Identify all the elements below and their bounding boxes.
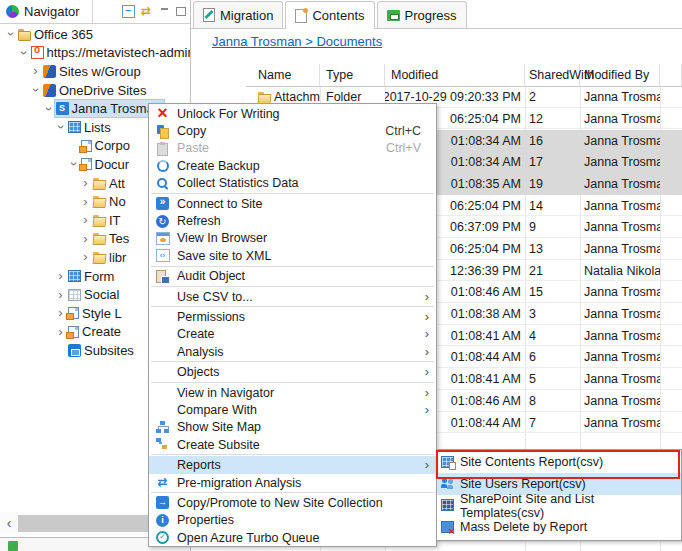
menu-item[interactable]: Analysis › bbox=[149, 343, 436, 360]
menu-item[interactable]: Unlock For Writing bbox=[149, 105, 436, 122]
tree-chevron-icon[interactable] bbox=[79, 250, 92, 264]
menu-item[interactable]: Create Subsite bbox=[149, 436, 436, 453]
tree-chevron-icon[interactable] bbox=[29, 84, 43, 97]
menu-item-label: Compare With bbox=[177, 403, 409, 417]
tree-item-body[interactable]: Style L bbox=[67, 305, 125, 322]
tree-chevron-icon[interactable] bbox=[29, 64, 42, 78]
tree-item-body[interactable]: IT bbox=[92, 212, 124, 229]
tree-chevron-icon[interactable] bbox=[54, 343, 67, 357]
submenu-item-label: SharePoint Site and List Templates(csv) bbox=[460, 492, 677, 520]
tab-migration[interactable]: Migration bbox=[193, 1, 283, 28]
link-editor-icon[interactable] bbox=[141, 5, 154, 18]
tree-item-body[interactable]: Tes bbox=[92, 230, 132, 247]
tree-item-body[interactable]: Lists bbox=[67, 119, 114, 136]
breadcrumb-link[interactable]: Janna Trosman > Documents bbox=[212, 34, 382, 49]
minimize-icon[interactable] bbox=[160, 5, 170, 18]
column-header-sharedwith[interactable]: SharedWith bbox=[525, 64, 580, 86]
tree-chevron-icon[interactable] bbox=[54, 121, 68, 134]
tree-chevron-icon[interactable] bbox=[54, 269, 67, 283]
submenu-item[interactable]: Site Contents Report(csv) bbox=[437, 451, 681, 473]
menu-item[interactable]: Collect Statistics Data bbox=[149, 175, 436, 192]
menu-item-label: Connect to Site bbox=[177, 197, 409, 211]
menu-item[interactable]: Copy/Promote to New Site Collection bbox=[149, 494, 436, 511]
tree-chevron-icon[interactable] bbox=[79, 195, 92, 209]
menu-item[interactable]: Create Backup bbox=[149, 157, 436, 174]
tree-item-body[interactable]: Create bbox=[67, 323, 124, 340]
tree-chevron-icon[interactable] bbox=[79, 213, 92, 227]
menu-item[interactable]: Audit Object bbox=[149, 268, 436, 285]
site-users-report-icon bbox=[441, 477, 454, 490]
collapse-all-icon[interactable] bbox=[122, 5, 135, 18]
menu-item[interactable]: Create › bbox=[149, 326, 436, 343]
tree-item-body[interactable]: Form bbox=[67, 268, 117, 285]
menu-item[interactable]: Show Site Map bbox=[149, 419, 436, 436]
tree-chevron-icon[interactable] bbox=[54, 288, 67, 302]
scroll-left-arrow-icon[interactable]: ‹ bbox=[2, 514, 16, 532]
tree-chevron-icon[interactable] bbox=[79, 232, 92, 246]
cell-modified-by: Janna Trosman bbox=[580, 151, 660, 173]
column-header-name[interactable]: Name bbox=[246, 64, 320, 86]
office-site-icon bbox=[43, 84, 56, 97]
column-header-extra bbox=[660, 64, 682, 86]
menu-item[interactable]: View in Navigator › bbox=[149, 384, 436, 401]
tree-chevron-icon[interactable] bbox=[16, 46, 30, 59]
menu-item-label: View in Navigator bbox=[177, 386, 409, 400]
menu-item[interactable]: Objects › bbox=[149, 363, 436, 380]
tree-item[interactable]: Office 365 bbox=[0, 25, 190, 44]
tree-item-body[interactable]: Sites w/Group bbox=[42, 63, 144, 80]
menu-item[interactable]: Use CSV to... › bbox=[149, 288, 436, 305]
menu-item[interactable]: Open Azure Turbo Queue bbox=[149, 529, 436, 546]
column-header-modified-by[interactable]: Modified By bbox=[580, 64, 660, 86]
menu-item[interactable]: Save site to XML bbox=[149, 247, 436, 264]
column-header-type[interactable]: Type bbox=[320, 64, 385, 86]
cell-modified-by: Natalia Nikolaeva bbox=[580, 260, 660, 282]
tree-item[interactable]: https://metavistech-admin bbox=[0, 44, 190, 63]
submenu-item[interactable]: SharePoint Site and List Templates(csv) bbox=[437, 495, 681, 517]
tab-contents[interactable]: Contents bbox=[285, 1, 374, 29]
menu-item-label: Copy bbox=[177, 124, 373, 138]
tree-chevron-icon[interactable] bbox=[4, 28, 18, 41]
maximize-icon[interactable] bbox=[176, 5, 186, 18]
menu-item-label: Pre-migration Analysis bbox=[177, 476, 409, 490]
navigator-view-icon bbox=[6, 5, 19, 18]
menu-item[interactable]: View In Browser bbox=[149, 230, 436, 247]
menu-item[interactable]: Connect to Site bbox=[149, 195, 436, 212]
tree-item-body[interactable]: Att bbox=[92, 175, 128, 192]
menu-item[interactable]: Properties bbox=[149, 512, 436, 529]
menu-item[interactable]: Reports › bbox=[149, 456, 436, 473]
cell-modified-by: Janna Trosman bbox=[580, 325, 660, 347]
tree-item-body[interactable]: Social bbox=[67, 286, 122, 303]
tree-item-body[interactable]: OneDrive Sites bbox=[42, 82, 149, 99]
tree-item-body[interactable]: Docur bbox=[80, 156, 133, 173]
tree-item-body[interactable]: Subsites bbox=[67, 342, 137, 359]
tree-item-body[interactable]: https://metavistech-admin bbox=[30, 44, 191, 61]
navigator-view-tab[interactable]: Navigator bbox=[0, 0, 93, 23]
folder-icon bbox=[93, 177, 106, 190]
submenu-item[interactable]: Mass Delete by Report bbox=[437, 516, 681, 538]
sp-templates-icon bbox=[441, 499, 454, 511]
tree-item-body[interactable]: libr bbox=[92, 249, 129, 266]
menu-item[interactable]: Pre-migration Analysis bbox=[149, 474, 436, 491]
cell-sharedwith: 15 bbox=[525, 282, 580, 304]
tree-item-label: IT bbox=[109, 213, 121, 228]
menu-item[interactable]: Copy Ctrl+C bbox=[149, 122, 436, 139]
menu-item[interactable]: Permissions › bbox=[149, 308, 436, 325]
tree-item[interactable]: OneDrive Sites bbox=[0, 81, 190, 100]
menu-item[interactable]: Compare With › bbox=[149, 401, 436, 418]
tree-chevron-icon[interactable] bbox=[41, 102, 55, 115]
tree-chevron-icon[interactable] bbox=[79, 176, 92, 190]
menu-item[interactable]: Paste Ctrl+V bbox=[149, 140, 436, 157]
column-header-modified[interactable]: Modified bbox=[385, 64, 525, 86]
tab-progress[interactable]: Progress bbox=[377, 1, 467, 28]
tree-item-body[interactable]: No bbox=[92, 193, 129, 210]
cell-modified-by: Janna Trosman bbox=[580, 347, 660, 369]
folder-icon bbox=[93, 195, 106, 208]
tree-item-body[interactable]: Office 365 bbox=[17, 26, 96, 43]
office365-url-icon bbox=[31, 46, 44, 59]
tree-item-body[interactable]: Corpo bbox=[80, 137, 133, 154]
tree-item[interactable]: Sites w/Group bbox=[0, 62, 190, 81]
tree-item-label: Docur bbox=[95, 157, 130, 172]
tree-item-label: libr bbox=[109, 250, 126, 265]
cell-modified-by: Janna Trosman bbox=[580, 303, 660, 325]
menu-item[interactable]: Refresh bbox=[149, 212, 436, 229]
